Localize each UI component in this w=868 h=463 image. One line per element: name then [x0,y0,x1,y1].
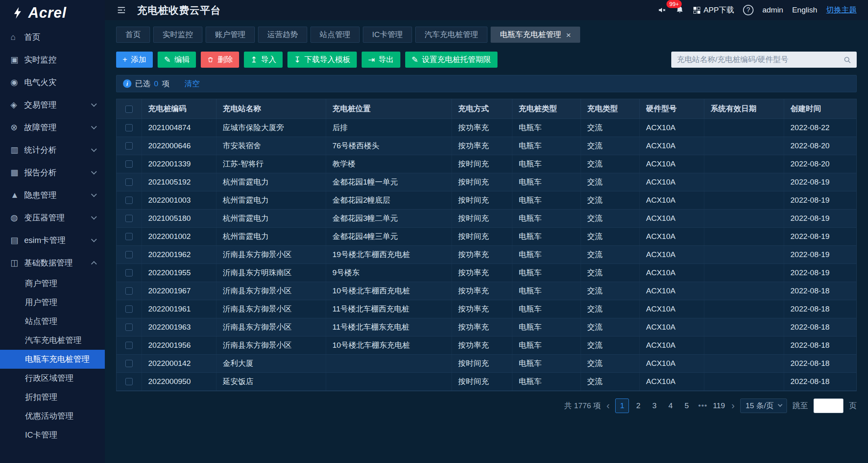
row-checkbox[interactable] [125,305,133,313]
table-row[interactable]: 2021005192杭州雷霆电力金都花园1幢一单元按时间充电瓶车交流ACX10A… [117,173,856,191]
mute-icon[interactable] [658,6,666,15]
prev-page-icon[interactable]: ‹ [606,401,610,411]
tab-2[interactable]: 实时监控 [153,27,202,43]
sidebar-item-5[interactable]: ⊗故障管理 [0,116,105,139]
table-row[interactable]: 2022000646市安装宿舍76号楼西楼头按功率充电瓶车交流ACX10A202… [117,137,856,155]
row-checkbox[interactable] [125,142,133,149]
tab-1[interactable]: 首页 [116,27,150,43]
row-checkbox[interactable] [125,233,133,240]
row-checkbox[interactable] [125,215,133,222]
table-row[interactable]: 2022001339江苏-智将行教学楼按时间充电瓶车交流ACX10A2022-0… [117,155,856,173]
toolbar-button-7[interactable]: ✎设置充电桩托管期限 [405,52,497,68]
table-row[interactable]: 2022001003杭州雷霆电力金都花园2幢底层按时间充电瓶车交流ACX10A2… [117,191,856,209]
toolbar-button-1[interactable]: +添加 [116,52,153,68]
sidebar-subitem-3[interactable]: 站点管理 [0,312,105,331]
table-cell: 交流 [581,372,639,390]
row-checkbox[interactable] [125,342,133,349]
row-checkbox[interactable] [125,378,133,385]
username[interactable]: admin [762,6,783,15]
column-header: 创建时间 [784,99,856,118]
sidebar-nav: ⌂首页▣实时监控◉电气火灾◈交易管理⊗故障管理▥统计分析▦报告分析▲隐患管理◍变… [0,26,105,463]
sidebar-subitem-4[interactable]: 汽车充电桩管理 [0,331,105,350]
table-cell: ACX10A [639,245,704,264]
jump-page-input[interactable] [814,399,843,413]
sidebar-subitem-1[interactable]: 商户管理 [0,274,105,293]
language-toggle[interactable]: English [792,6,817,15]
collapse-menu-icon[interactable] [116,5,127,15]
tab-4[interactable]: 运营趋势 [258,27,307,43]
sidebar: Acrel ⌂首页▣实时监控◉电气火灾◈交易管理⊗故障管理▥统计分析▦报告分析▲… [0,0,105,463]
sidebar-item-10[interactable]: ▤esim卡管理 [0,229,105,251]
table-cell: ACX10A [639,118,704,137]
app-download-button[interactable]: APP下载 [693,5,734,15]
sidebar-item-9[interactable]: ◍变压器管理 [0,206,105,229]
tab-7[interactable]: 汽车充电桩管理 [415,27,487,43]
toolbar-button-6[interactable]: ⇥导出 [362,52,400,68]
sidebar-item-2[interactable]: ▣实时监控 [0,48,105,71]
clear-selection-link[interactable]: 清空 [185,79,200,89]
sidebar-item-4[interactable]: ◈交易管理 [0,93,105,116]
row-checkbox[interactable] [125,287,133,295]
table-row[interactable]: 2021004874应城市保险大厦旁后排按功率充电瓶车交流ACX10A2022-… [117,118,856,137]
tab-6[interactable]: IC卡管理 [363,27,412,43]
toolbar-button-4[interactable]: ↥导入 [244,52,283,68]
sidebar-subitem-7[interactable]: 折扣管理 [0,388,105,407]
page-number[interactable]: 119 [712,399,726,413]
select-all-checkbox[interactable] [125,106,133,113]
sidebar-subitem-6[interactable]: 行政区域管理 [0,369,105,388]
sidebar-subitem-2[interactable]: 用户管理 [0,293,105,312]
tab-3[interactable]: 账户管理 [206,27,255,43]
help-icon[interactable]: ? [743,5,754,15]
toolbar-button-2[interactable]: ✎编辑 [158,52,196,68]
table-row[interactable]: 2022001962沂南县东方御景小区19号楼北车棚西充电桩按功率充电瓶车交流A… [117,245,856,264]
table-row[interactable]: 2022001956沂南县东方御景小区10号楼北车棚东充电桩按功率充电瓶车交流A… [117,336,856,354]
page-number[interactable]: 2 [631,399,645,413]
table-row[interactable]: 2022000950延安饭店按时间充电瓶车交流ACX10A2022-08-18 [117,372,856,390]
page-number[interactable]: 1 [615,399,629,413]
table-row[interactable]: 2022000142金利大厦按时间充电瓶车交流ACX10A2022-08-18 [117,354,856,372]
sidebar-item-8[interactable]: ▲隐患管理 [0,184,105,206]
row-checkbox[interactable] [125,179,133,186]
table-row[interactable]: 2022001963沂南县东方御景小区11号楼北车棚东充电桩按功率充电瓶车交流A… [117,318,856,336]
table-cell: 杭州雷霆电力 [216,209,326,227]
table-row[interactable]: 2021005180杭州雷霆电力金都花园3幢二单元按时间充电瓶车交流ACX10A… [117,209,856,227]
page-size-select[interactable]: 15 条/页 [740,399,787,413]
row-checkbox[interactable] [125,324,133,331]
tab-5[interactable]: 站点管理 [310,27,360,43]
jump-suffix-label: 页 [849,401,857,411]
sidebar-subitem-9[interactable]: IC卡管理 [0,426,105,444]
next-page-icon[interactable]: › [731,401,735,411]
table-row[interactable]: 2022001961沂南县东方御景小区11号楼北车棚西充电桩按功率充电瓶车交流A… [117,300,856,318]
sidebar-item-11[interactable]: ◫基础数据管理 [0,251,105,274]
row-checkbox[interactable] [125,124,133,131]
table-row[interactable]: 2022001967沂南县东方御景小区10号楼北车棚西充电桩按功率充电瓶车交流A… [117,282,856,300]
page-number[interactable]: 4 [664,399,677,413]
sidebar-item-1[interactable]: ⌂首页 [0,26,105,48]
table-cell: 10号楼北车棚东充电桩 [326,336,452,354]
sidebar-subitem-5[interactable]: 电瓶车充电桩管理 [0,350,105,369]
sidebar-item-7[interactable]: ▦报告分析 [0,161,105,184]
theme-switch-link[interactable]: 切换主题 [826,5,857,15]
topbar-right: 99+ APP下载 ? admin English 切换主题 [658,5,857,15]
toolbar-button-5[interactable]: ↧下载导入模板 [287,52,357,68]
page-ellipsis[interactable]: ••• [696,399,710,413]
toolbar-button-3[interactable]: 删除 [201,52,239,68]
row-checkbox[interactable] [125,269,133,276]
row-checkbox[interactable] [125,197,133,204]
table-cell: ACX10A [639,227,704,245]
page-number[interactable]: 3 [647,399,661,413]
sidebar-item-6[interactable]: ▥统计分析 [0,139,105,161]
close-icon[interactable]: × [566,31,571,39]
search-icon[interactable] [843,56,851,64]
tab-8[interactable]: 电瓶车充电桩管理× [491,27,580,43]
page-number[interactable]: 5 [680,399,693,413]
row-checkbox[interactable] [125,251,133,258]
row-checkbox[interactable] [125,360,133,367]
sidebar-item-3[interactable]: ◉电气火灾 [0,71,105,93]
table-row[interactable]: 2022001002杭州雷霆电力金都花园4幢三单元按时间充电瓶车交流ACX10A… [117,227,856,245]
notifications-button[interactable]: 99+ [675,6,684,15]
row-checkbox[interactable] [125,160,133,168]
table-row[interactable]: 2022001955沂南县东方明珠南区9号楼东按功率充电瓶车交流ACX10A20… [117,264,856,282]
sidebar-subitem-8[interactable]: 优惠活动管理 [0,407,105,426]
search-input[interactable] [677,55,839,64]
